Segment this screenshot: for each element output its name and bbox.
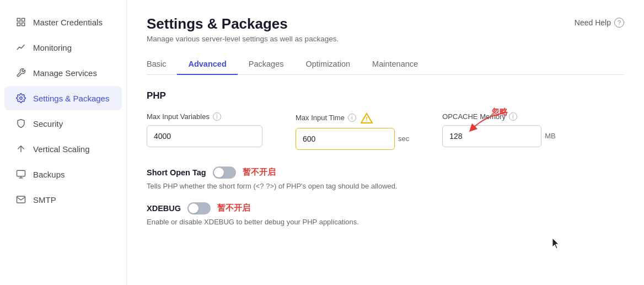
sidebar-item-vertical-scaling[interactable]: Vertical Scaling (4, 137, 122, 161)
svg-rect-1 (22, 18, 25, 21)
tool-icon (15, 67, 26, 78)
svg-point-4 (20, 97, 23, 100)
mail-icon (15, 194, 26, 205)
short-open-tag-toggle[interactable] (213, 166, 236, 179)
sidebar: Master Credentials Monitoring Manage Ser… (0, 0, 127, 285)
tab-basic[interactable]: Basic (147, 54, 177, 75)
input-opcache-memory[interactable] (442, 125, 541, 147)
xdebug-toggle[interactable] (187, 202, 211, 214)
page-subtitle: Manage various server-level settings as … (147, 35, 339, 43)
grid-icon (15, 17, 26, 28)
field-input-wrapper-max-input-variables (147, 125, 262, 147)
xdebug-label: XDEBUG (147, 204, 181, 213)
main-content: Settings & Packages Manage various serve… (127, 0, 644, 285)
page-title: Settings & Packages (147, 15, 339, 33)
input-max-input-time[interactable] (296, 128, 395, 150)
settings-icon (15, 93, 26, 104)
input-max-input-variables[interactable] (147, 125, 262, 147)
field-max-input-variables: Max Input Variables i (147, 112, 262, 147)
need-help-button[interactable]: Need Help ? (575, 18, 624, 28)
sidebar-item-master-credentials[interactable]: Master Credentials (4, 10, 122, 34)
tabs-bar: Basic Advanced Packages Optimization Mai… (147, 54, 624, 75)
svg-rect-6 (17, 170, 25, 176)
unit-max-input-time: sec (398, 135, 409, 143)
short-open-tag-description: Tells PHP whether the short form (<? ?>)… (147, 182, 624, 190)
help-circle-icon: ? (614, 18, 624, 28)
need-help-label: Need Help (575, 18, 611, 27)
field-opcache-memory: OPCACHE Memory i MB (442, 112, 556, 147)
sidebar-item-label: Settings & Packages (33, 94, 109, 103)
chart-icon (15, 42, 26, 53)
tab-packages[interactable]: Packages (238, 54, 295, 75)
shield-icon (15, 118, 26, 129)
sidebar-item-manage-services[interactable]: Manage Services (4, 61, 122, 85)
sidebar-item-label: Manage Services (33, 68, 97, 78)
page-header: Settings & Packages Manage various serve… (147, 15, 624, 43)
field-label-max-input-variables: Max Input Variables i (147, 112, 262, 121)
svg-rect-0 (17, 18, 20, 21)
tab-optimization[interactable]: Optimization (294, 54, 361, 75)
short-open-tag-label: Short Open Tag (147, 168, 206, 177)
sidebar-item-label: Monitoring (33, 43, 72, 52)
xdebug-section: XDEBUG 暂不开启 Enable or disable XDEBUG to … (147, 202, 624, 226)
sidebar-item-smtp[interactable]: SMTP (4, 187, 122, 212)
field-label-opcache-memory: OPCACHE Memory i (442, 112, 556, 121)
info-icon-max-input-variables[interactable]: i (213, 112, 221, 121)
xdebug-status: 暂不开启 (217, 203, 250, 213)
field-max-input-time: Max Input Time i ! sec (296, 112, 409, 150)
sidebar-item-label: SMTP (33, 195, 56, 205)
arrow-up-icon (15, 143, 26, 154)
info-icon-max-input-time[interactable]: i (348, 114, 356, 122)
tab-maintenance[interactable]: Maintenance (361, 54, 429, 75)
unit-opcache-memory: MB (545, 132, 556, 140)
sidebar-item-monitoring[interactable]: Monitoring (4, 35, 122, 60)
sidebar-item-label: Backups (33, 170, 65, 179)
xdebug-toggle-row: XDEBUG 暂不开启 (147, 202, 624, 214)
svg-rect-2 (17, 23, 20, 26)
section-title-php: PHP (147, 90, 624, 101)
svg-text:!: ! (366, 116, 368, 122)
php-fields-row: Max Input Variables i Max Input Time i (147, 112, 624, 150)
sidebar-item-label: Vertical Scaling (33, 144, 90, 154)
field-input-wrapper-opcache-memory: MB (442, 125, 556, 147)
field-input-wrapper-max-input-time: sec (296, 128, 409, 150)
short-open-tag-toggle-row: Short Open Tag 暂不开启 (147, 166, 624, 179)
sidebar-item-label: Master Credentials (33, 18, 103, 27)
sidebar-item-settings-packages[interactable]: Settings & Packages (4, 86, 122, 110)
sidebar-item-security[interactable]: Security (4, 111, 122, 136)
sidebar-item-backups[interactable]: Backups (4, 162, 122, 186)
xdebug-description: Enable or disable XDEBUG to better debug… (147, 218, 624, 226)
tab-advanced[interactable]: Advanced (177, 54, 237, 75)
info-icon-opcache-memory[interactable]: i (509, 112, 517, 121)
backups-icon (15, 169, 26, 180)
sidebar-item-label: Security (33, 119, 63, 128)
svg-rect-3 (22, 23, 25, 26)
short-open-tag-section: Short Open Tag 暂不开启 Tells PHP whether th… (147, 166, 624, 190)
warning-triangle-icon: ! (361, 112, 373, 123)
short-open-tag-status: 暂不开启 (243, 167, 276, 178)
php-section: PHP Max Input Variables i Max I (147, 90, 624, 226)
field-label-max-input-time: Max Input Time i ! (296, 112, 409, 123)
